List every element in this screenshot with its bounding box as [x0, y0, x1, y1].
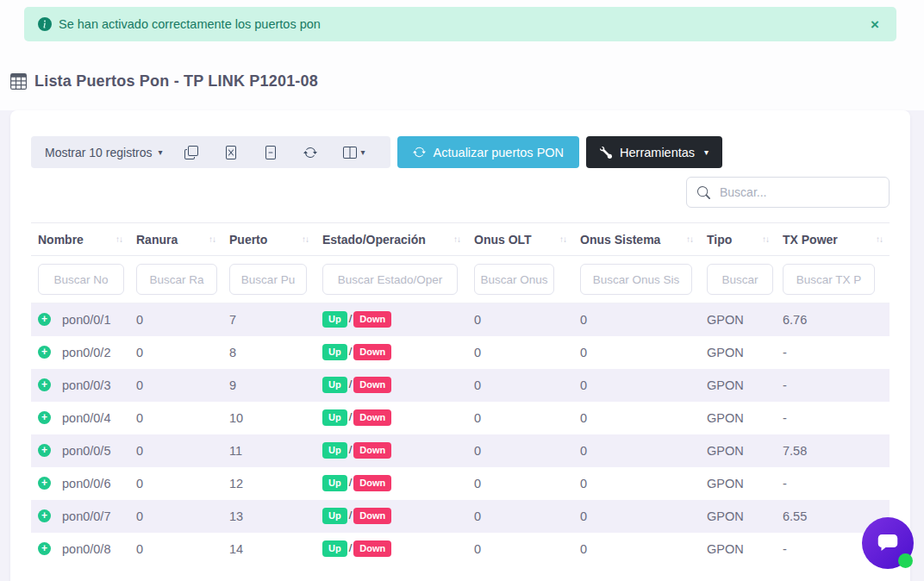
tx-power-cell: -	[776, 402, 890, 434]
filter-input-tipo[interactable]	[707, 264, 773, 295]
expand-row-plus-icon[interactable]: +	[38, 378, 51, 391]
copy-button[interactable]	[172, 136, 211, 168]
column-label: Puerto	[229, 233, 267, 247]
info-circle-icon	[38, 17, 52, 31]
sort-arrows-icon[interactable]: ↑↓	[559, 234, 566, 244]
column-header-estado-operaci-n[interactable]: Estado/Operación↑↓	[315, 223, 467, 256]
estado-operacion-cell: Up/Down	[315, 402, 467, 434]
tx-power-cell: 7.58	[776, 434, 890, 467]
tipo-cell: GPON	[700, 467, 776, 500]
alert-close-button[interactable]: ×	[867, 14, 883, 35]
status-up-badge: Up	[322, 540, 347, 557]
ranura-cell: 0	[129, 467, 222, 500]
filter-input-nombre[interactable]	[38, 264, 124, 295]
chat-bubble-icon	[875, 530, 901, 556]
status-down-badge: Down	[353, 377, 391, 393]
column-label: Onus OLT	[474, 233, 532, 247]
expand-row-plus-icon[interactable]: +	[38, 313, 51, 326]
port-name: pon0/0/2	[62, 346, 110, 359]
filter-input-onus-sistema[interactable]	[580, 264, 692, 295]
sort-arrows-icon[interactable]: ↑↓	[302, 234, 309, 244]
chat-widget-button[interactable]	[862, 517, 914, 569]
column-header-ranura[interactable]: Ranura↑↓	[129, 223, 222, 256]
sort-arrows-icon[interactable]: ↑↓	[876, 234, 883, 244]
reload-table-button[interactable]	[290, 136, 330, 168]
port-name: pon0/0/3	[62, 378, 110, 392]
update-pon-ports-button[interactable]: Actualizar puertos PON	[397, 136, 580, 168]
status-separator: /	[349, 345, 353, 358]
sort-arrows-icon[interactable]: ↑↓	[209, 234, 215, 244]
status-separator: /	[349, 410, 353, 423]
status-down-badge: Down	[353, 409, 391, 426]
tipo-cell: GPON	[700, 500, 776, 533]
status-down-badge: Down	[353, 311, 391, 328]
expand-row-plus-icon[interactable]: +	[38, 444, 51, 457]
status-down-badge: Down	[353, 540, 391, 557]
column-header-puerto[interactable]: Puerto↑↓	[222, 223, 315, 256]
column-header-tipo[interactable]: Tipo↑↓	[700, 223, 776, 256]
status-separator: /	[349, 541, 353, 554]
table-row: +pon0/0/309Up/Down00GPON-	[31, 369, 890, 402]
column-label: Tipo	[707, 233, 732, 247]
ranura-cell: 0	[129, 434, 222, 467]
estado-operacion-cell: Up/Down	[315, 467, 467, 500]
status-down-badge: Down	[353, 508, 391, 524]
column-header-tx-power[interactable]: TX Power↑↓	[776, 223, 890, 256]
column-header-onus-sistema[interactable]: Onus Sistema↑↓	[573, 223, 700, 256]
ranura-cell: 0	[129, 303, 222, 336]
expand-row-plus-icon[interactable]: +	[38, 346, 51, 359]
sort-arrows-icon[interactable]: ↑↓	[762, 234, 769, 244]
search-box[interactable]	[686, 177, 890, 208]
expand-row-plus-icon[interactable]: +	[38, 509, 51, 522]
port-name: pon0/0/6	[62, 477, 110, 490]
expand-row-plus-icon[interactable]: +	[38, 542, 51, 555]
tools-dropdown-button[interactable]: Herramientas ▾	[586, 136, 722, 168]
expand-row-plus-icon[interactable]: +	[38, 477, 51, 490]
search-input[interactable]	[720, 185, 878, 199]
sort-arrows-icon[interactable]: ↑↓	[686, 234, 693, 244]
sort-arrows-icon[interactable]: ↑↓	[453, 234, 460, 244]
export-button-group: Mostrar 10 registros ▾ ▾	[31, 136, 390, 168]
status-up-badge: Up	[322, 344, 347, 360]
port-name: pon0/0/7	[62, 509, 110, 523]
ranura-cell: 0	[129, 402, 222, 434]
table-toolbar: Mostrar 10 registros ▾ ▾ Actualizar pu	[31, 136, 890, 168]
page-title: Lista Puertos Pon - TP LINK P1201-08	[34, 72, 318, 91]
column-label: Nombre	[38, 233, 84, 247]
online-status-dot	[898, 553, 913, 568]
estado-operacion-cell: Up/Down	[315, 434, 467, 467]
chevron-down-icon: ▾	[158, 148, 162, 157]
show-entries-select[interactable]: Mostrar 10 registros ▾	[43, 146, 172, 159]
onus-olt-cell: 0	[467, 434, 573, 467]
onus-sistema-cell: 0	[573, 336, 700, 369]
onus-sistema-cell: 0	[573, 402, 700, 434]
tipo-cell: GPON	[700, 303, 776, 336]
port-name: pon0/0/1	[62, 313, 110, 327]
status-down-badge: Down	[353, 475, 391, 491]
search-icon	[697, 186, 710, 199]
table-grid-icon	[10, 73, 27, 90]
expand-row-plus-icon[interactable]: +	[38, 411, 51, 424]
column-header-nombre[interactable]: Nombre↑↓	[31, 223, 129, 256]
status-separator: /	[349, 509, 353, 522]
excel-export-button[interactable]	[211, 136, 251, 168]
column-label: Onus Sistema	[580, 233, 660, 247]
column-header-onus-olt[interactable]: Onus OLT↑↓	[467, 223, 573, 256]
copy-icon	[184, 146, 198, 159]
filter-input-ranura[interactable]	[136, 264, 217, 295]
file-export-button[interactable]	[251, 136, 290, 168]
column-visibility-icon	[343, 146, 357, 159]
onus-sistema-cell: 0	[573, 533, 700, 565]
sort-arrows-icon[interactable]: ↑↓	[116, 234, 122, 244]
puerto-cell: 8	[222, 336, 315, 369]
column-visibility-button[interactable]: ▾	[330, 136, 378, 168]
filter-input-onus-olt[interactable]	[474, 264, 554, 295]
column-label: Estado/Operación	[322, 233, 426, 247]
table-row: +pon0/0/208Up/Down00GPON-	[31, 336, 890, 369]
file-export-icon	[264, 146, 278, 159]
filter-input-puerto[interactable]	[229, 264, 307, 295]
tx-power-cell: -	[776, 369, 890, 402]
filter-input-estado-operaci-n[interactable]	[322, 264, 458, 295]
filter-input-tx-power[interactable]	[783, 264, 875, 295]
onus-olt-cell: 0	[467, 336, 573, 369]
